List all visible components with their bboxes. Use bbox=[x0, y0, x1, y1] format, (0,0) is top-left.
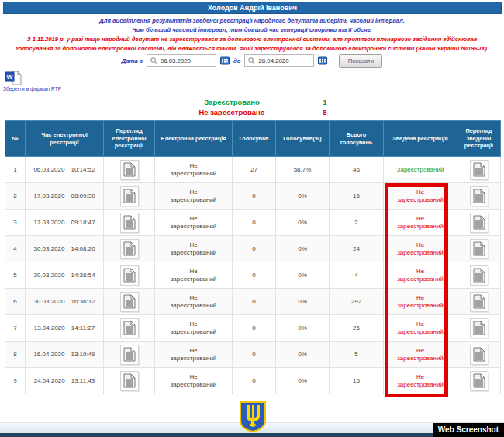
view-summary-registration-button[interactable] bbox=[470, 292, 488, 312]
voted-count: 0 bbox=[233, 262, 276, 289]
table-header-row: №Час електронної реєстраціїПерегляд елек… bbox=[5, 121, 501, 157]
view-summary-registration-button[interactable] bbox=[470, 265, 488, 286]
view-summary-registration-button[interactable] bbox=[470, 318, 488, 338]
view-electronic-registration-cell bbox=[104, 210, 155, 236]
electronic-status-text: Не зареєстрований bbox=[169, 162, 219, 178]
row-number: 7 bbox=[5, 315, 26, 342]
voted-percent: 0% bbox=[276, 368, 330, 394]
view-electronic-registration-button[interactable] bbox=[120, 160, 139, 180]
view-electronic-registration-button[interactable] bbox=[120, 239, 139, 259]
summary-registration-status: Не зареєстрований bbox=[384, 262, 457, 289]
view-summary-registration-cell bbox=[457, 262, 501, 289]
column-header: Електронна реєстрація bbox=[155, 121, 233, 157]
calendar-icon[interactable] bbox=[220, 56, 230, 65]
document-page-icon bbox=[123, 162, 136, 177]
voted-count: 0 bbox=[233, 342, 276, 368]
view-summary-registration-cell bbox=[457, 157, 501, 183]
document-page-icon bbox=[473, 268, 485, 283]
summary-status-text: Не зареєстрований bbox=[395, 347, 445, 362]
view-electronic-registration-button[interactable] bbox=[120, 345, 139, 365]
registration-datetime: 24.04.202013:11:43 bbox=[34, 377, 95, 384]
view-summary-registration-button[interactable] bbox=[470, 371, 488, 391]
view-summary-registration-button[interactable] bbox=[470, 239, 488, 259]
summary-status-text: Не зареєстрований bbox=[395, 215, 445, 231]
summary-not-registered: Не зареєстровано 8 bbox=[0, 108, 504, 118]
row-number: 9 bbox=[5, 368, 26, 394]
document-page-icon bbox=[473, 321, 485, 335]
ukraine-trident-emblem bbox=[239, 401, 267, 432]
date-from-value: 06.03.2020 bbox=[161, 57, 191, 64]
total-votes: 292 bbox=[330, 289, 384, 315]
table-row: 713.04.202014:11:27Не зареєстрований00%2… bbox=[5, 315, 501, 342]
view-summary-registration-button[interactable] bbox=[470, 213, 488, 233]
summary-status-text: Зареєстрований bbox=[397, 166, 444, 174]
row-number: 5 bbox=[5, 262, 26, 289]
summary-registered: Зареєстровано 1 bbox=[0, 98, 504, 108]
law-warning-text: З 1.11.2019 р. у разі якщо народний депу… bbox=[12, 35, 492, 54]
not-registered-label: Не зареєстровано bbox=[170, 108, 294, 116]
registration-datetime: 30.03.202016:36:12 bbox=[33, 298, 95, 305]
date-to-input[interactable]: 28.04.2020 bbox=[244, 54, 314, 67]
column-header: Зведена реєстрація bbox=[384, 121, 457, 157]
column-header: № bbox=[5, 121, 26, 157]
total-votes: 16 bbox=[330, 183, 384, 210]
view-electronic-registration-button[interactable] bbox=[120, 318, 139, 338]
date-from-input[interactable]: 06.03.2020 bbox=[147, 54, 216, 67]
view-summary-registration-button[interactable] bbox=[470, 186, 488, 206]
view-summary-registration-cell bbox=[457, 368, 501, 394]
summary-status-text: Не зареєстрований bbox=[395, 294, 445, 310]
electronic-status-text: Не зареєстрований bbox=[169, 294, 219, 310]
view-electronic-registration-button[interactable] bbox=[120, 186, 139, 206]
page-title: Холодов Андрій Іванович bbox=[3, 2, 502, 14]
registration-time: 17.03.202009:18:47 bbox=[26, 210, 104, 236]
registration-time: 06.03.202010:14:52 bbox=[26, 157, 104, 183]
calendar-icon[interactable] bbox=[318, 56, 327, 65]
document-page-icon bbox=[123, 321, 136, 335]
total-votes: 46 bbox=[330, 157, 384, 183]
table-row: 630.03.202016:36:12Не зареєстрований00%2… bbox=[5, 289, 501, 315]
view-summary-registration-cell bbox=[457, 315, 501, 342]
table-body: 106.03.202010:14:52Не зареєстрований2758… bbox=[5, 157, 501, 394]
view-electronic-registration-button[interactable] bbox=[120, 265, 139, 286]
table-row: 430.03.202014:08:20Не зареєстрований00%2… bbox=[5, 236, 501, 262]
voted-count: 0 bbox=[233, 210, 276, 236]
view-summary-registration-button[interactable] bbox=[470, 160, 488, 180]
view-summary-registration-button[interactable] bbox=[470, 345, 488, 365]
date-to-label: до bbox=[233, 57, 241, 64]
view-electronic-registration-cell bbox=[104, 183, 155, 210]
voted-count: 0 bbox=[233, 236, 276, 262]
electronic-registration-status: Не зареєстрований bbox=[155, 210, 233, 236]
registration-time: 30.03.202014:38:54 bbox=[26, 262, 104, 289]
total-votes: 24 bbox=[330, 236, 384, 262]
row-number: 8 bbox=[5, 342, 26, 368]
rtf-export-link[interactable]: W Зберегти в форматі RTF bbox=[3, 71, 73, 92]
view-summary-registration-cell bbox=[457, 183, 501, 210]
voted-percent: 0% bbox=[276, 210, 330, 236]
table-row: 106.03.202010:14:52Не зареєстрований2758… bbox=[5, 157, 501, 183]
table-row: 317.03.202009:18:47Не зареєстрований00%2… bbox=[5, 210, 501, 236]
view-electronic-registration-cell bbox=[104, 262, 155, 289]
not-registered-count: 8 bbox=[313, 108, 337, 116]
registered-label: Зареєстровано bbox=[170, 98, 294, 106]
registration-time: 13.04.202014:11:27 bbox=[26, 315, 104, 342]
electronic-registration-status: Не зареєстрований bbox=[155, 262, 233, 289]
document-page-icon bbox=[123, 347, 136, 362]
view-electronic-registration-button[interactable] bbox=[120, 371, 139, 391]
total-votes: 26 bbox=[330, 315, 384, 342]
view-electronic-registration-button[interactable] bbox=[120, 213, 139, 233]
voted-count: 0 bbox=[233, 315, 276, 342]
document-page-icon bbox=[123, 373, 136, 388]
registration-datetime: 13.04.202014:11:27 bbox=[34, 324, 95, 331]
voted-percent: 0% bbox=[276, 342, 330, 368]
electronic-status-text: Не зареєстрований bbox=[169, 241, 219, 257]
electronic-status-text: Не зареєстрований bbox=[169, 373, 219, 389]
column-header: Перегляд електронної реєстрації bbox=[104, 121, 155, 157]
view-electronic-registration-button[interactable] bbox=[120, 292, 139, 312]
summary-registration-status: Не зареєстрований bbox=[384, 210, 457, 236]
results-table: №Час електронної реєстраціїПерегляд елек… bbox=[5, 120, 501, 394]
electronic-status-text: Не зареєстрований bbox=[169, 321, 219, 336]
summary-registration-status: Не зареєстрований bbox=[384, 342, 457, 368]
document-page-icon bbox=[473, 215, 485, 230]
row-number: 6 bbox=[5, 289, 26, 315]
show-button[interactable]: Показати bbox=[339, 54, 382, 68]
